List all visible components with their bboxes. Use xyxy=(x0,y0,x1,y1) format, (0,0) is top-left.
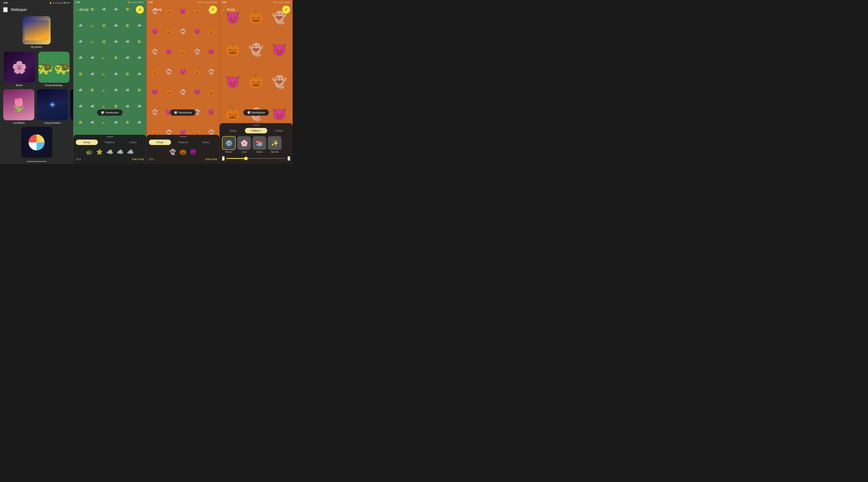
count-2: 5/14 xyxy=(76,158,81,161)
randomize-btn-2[interactable]: 🎲 Randomize xyxy=(97,109,123,116)
tab-bar-4: Emoji Patterns Colors xyxy=(222,128,290,133)
randomize-btn-3[interactable]: 🎲 Randomize xyxy=(170,109,196,116)
my-photos-thumb[interactable] xyxy=(23,16,51,44)
status-bar-3: 2:31 🔔 LTE ▲ ▲▲▲ 🔋100% xyxy=(147,0,219,5)
my-photos-label: My photos xyxy=(31,45,42,49)
back-button-4[interactable]: ← xyxy=(222,8,225,11)
emoji-opt-cloud2[interactable]: ☁️ xyxy=(117,149,124,155)
wallpaper-panel: 2:30 🔔 ▲ ▲▲▲▲ 🔋100% ← Wallpaper My photo… xyxy=(0,0,73,164)
bg-emoji-18: ⭐ xyxy=(134,34,145,49)
obg-22: 🎃 xyxy=(162,82,176,102)
slider-minus-btn[interactable]: − xyxy=(222,156,225,161)
backdrops-thumb[interactable] xyxy=(21,127,52,158)
my-photos-section[interactable]: My photos xyxy=(3,16,70,49)
sheet-footer-3: 3/14 Edit Emoji xyxy=(149,158,217,161)
stacks-thumb[interactable]: 📚 xyxy=(253,136,266,150)
home-indicator-1 xyxy=(0,159,73,164)
pattern-item-stacks[interactable]: 📚 Stacks xyxy=(253,136,266,153)
bg-emoji-19: ☁️ xyxy=(75,50,86,65)
bloom-thumb[interactable] xyxy=(4,52,35,83)
back-button-2[interactable]: ← xyxy=(76,8,79,11)
back-button-3[interactable]: ← xyxy=(149,8,152,11)
randomize-label-3: Randomize xyxy=(179,111,192,114)
obg-12: 😈 xyxy=(162,42,176,61)
lp-8: 🎃 xyxy=(245,66,267,97)
pattern-item-mosaic[interactable]: ⚙️ Mosaic xyxy=(222,136,236,153)
edit-emoji-btn-2[interactable]: Edit Emoji xyxy=(132,158,144,161)
lotus-label: Lotus xyxy=(242,151,247,153)
tab-patterns-2[interactable]: Patterns xyxy=(99,139,121,145)
tab-emoji-4[interactable]: Emoji xyxy=(222,128,244,133)
emoji-opt-devil[interactable]: 😈 xyxy=(190,149,197,155)
obg-25: 🎃 xyxy=(205,82,218,102)
obg-24: 😈 xyxy=(190,82,204,102)
sprinkle-label: Sprinkle xyxy=(271,151,279,153)
wallpaper-item-emoji-workshop[interactable]: 🐢 Emoji Workshop xyxy=(38,52,70,87)
bg-emoji-25: ⭐ xyxy=(75,66,86,82)
silent4-icon: 🔔 xyxy=(274,1,276,3)
emoji-opt-cloud1[interactable]: ☁️ xyxy=(106,149,113,155)
toolbar-1: ← Wallpaper xyxy=(0,6,73,14)
obg-9: 😈 xyxy=(190,22,204,41)
tab-colors-2[interactable]: Colors xyxy=(122,139,144,145)
dice-icon-2: 🎲 xyxy=(101,111,104,114)
slider-track[interactable] xyxy=(226,158,286,159)
tab-patterns-4[interactable]: Patterns xyxy=(245,128,267,133)
lp-7: 😈 xyxy=(222,66,244,97)
tab-emoji-2[interactable]: Emoji xyxy=(76,139,98,145)
sprinkle-thumb[interactable]: ✨ xyxy=(268,136,281,150)
wallpaper-item-living-universe[interactable]: ✦ Living Universe xyxy=(37,89,68,124)
lotus-thumb[interactable]: 🌸 xyxy=(237,136,251,150)
wallpaper-item-live-wallpapers[interactable]: B Live wallpapers xyxy=(70,89,73,124)
dice-icon-4: 🎲 xyxy=(247,111,251,114)
live-bloom-thumb[interactable]: 🌷 xyxy=(3,89,34,120)
toolbar-left-3: ← Emoji xyxy=(149,8,162,11)
bg-emoji-43: ⭐ xyxy=(75,115,86,130)
pattern-item-sprinkle[interactable]: ✨ Sprinkle xyxy=(268,136,281,153)
obg-6: 😈 xyxy=(148,22,161,41)
check-button-2[interactable]: ✓ xyxy=(136,6,144,14)
wifi3-icon: ▲ xyxy=(203,1,205,3)
bg-emoji-9: ⭐ xyxy=(98,18,110,33)
emoji-opt-turtle[interactable]: 🐢 xyxy=(86,149,93,155)
live-wallpapers-thumb[interactable]: B xyxy=(70,89,73,120)
bg-emoji-10: ☁️ xyxy=(110,18,121,33)
obg-14: 👻 xyxy=(190,42,204,61)
emoji-opt-ghost[interactable]: 👻 xyxy=(169,149,176,155)
wallpaper-row-1: Bloom 🐢 Emoji Workshop xyxy=(3,52,70,87)
toolbar-left-2: ← Emoji xyxy=(76,8,89,11)
emoji-opt-cloud3[interactable]: ☁️ xyxy=(127,149,134,155)
bg-emoji-28: ☁️ xyxy=(110,66,121,82)
bg-emoji-20: ☁️ xyxy=(87,50,98,65)
slider-plus-btn[interactable]: + xyxy=(287,156,290,161)
bg-emoji-13: ☁️ xyxy=(75,34,86,49)
tab-emoji-3[interactable]: Emoji xyxy=(149,139,171,145)
wallpaper-item-bloom[interactable]: Bloom xyxy=(3,52,35,87)
tab-colors-3[interactable]: Colors xyxy=(195,139,217,145)
bg-emoji-21: 🐢 xyxy=(98,50,110,65)
tab-patterns-3[interactable]: Patterns xyxy=(172,139,194,145)
tab-colors-4[interactable]: Colors xyxy=(268,128,290,133)
emoji-workshop-thumb[interactable]: 🐢 xyxy=(38,52,69,83)
randomize-btn-4[interactable]: 🎲 Randomize xyxy=(243,109,269,116)
wallpaper-item-backdrops[interactable]: Backdrops xyxy=(3,127,70,159)
slider-thumb[interactable] xyxy=(244,157,248,160)
check-button-3[interactable]: ✓ xyxy=(209,6,217,14)
bg-emoji-46: ☁️ xyxy=(110,115,121,130)
emoji-opt-star[interactable]: ⭐ xyxy=(96,149,103,155)
pattern-item-lotus[interactable]: 🌸 Lotus xyxy=(237,136,251,153)
bottom-sheet-2: Emoji Patterns Colors 🐢 ⭐ ☁️ ☁️ ☁️ 5/14 … xyxy=(73,135,146,164)
check-button-4[interactable]: ✓ xyxy=(282,6,290,14)
obg-30: 😈 xyxy=(205,103,218,122)
bg-emoji-8: 🐢 xyxy=(87,18,98,33)
living-universe-thumb[interactable]: ✦ xyxy=(37,89,68,120)
mosaic-thumb[interactable]: ⚙️ xyxy=(222,136,236,150)
wallpaper-item-live-bloom[interactable]: 🌷 Live Bloom xyxy=(3,89,34,124)
emoji-panel-orange: 👻 🎃 😈 🎃 👻 😈 🎃 👻 😈 🎃 👻 😈 🎃 👻 😈 🎃 👻 😈 🎃 👻 … xyxy=(147,0,219,164)
back-button-1[interactable]: ← xyxy=(3,7,8,12)
emoji-opt-pumpkin[interactable]: 🎃 xyxy=(179,149,186,155)
wallpaper-row-2: 🌷 Live Bloom ✦ Living Universe B Live wa… xyxy=(3,89,70,124)
obg-23: 👻 xyxy=(176,82,189,102)
edit-emoji-btn-3[interactable]: Edit Emoji xyxy=(205,158,217,161)
bg-emoji-44: ☁️ xyxy=(87,115,98,130)
